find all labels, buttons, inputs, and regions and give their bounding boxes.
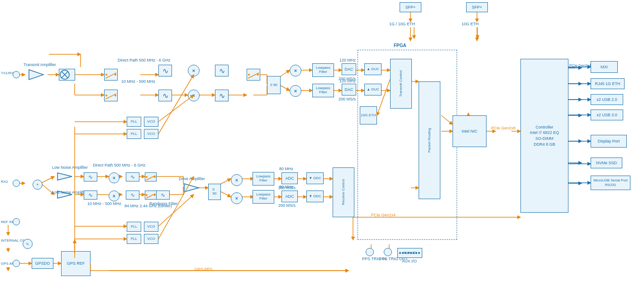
adc2-rate: 200 MS/s bbox=[278, 203, 296, 208]
sfp2: SFP+ bbox=[466, 2, 488, 12]
rx-mixer-iq1: × bbox=[231, 174, 243, 186]
pll1: PLL bbox=[127, 117, 141, 127]
eth-10g-top-label: 10G ETH bbox=[462, 22, 479, 27]
controller-label: Controller Intel i7 6822 EQ SO-DIMM DDR4… bbox=[530, 124, 559, 147]
rx2-circle bbox=[13, 180, 20, 187]
pps-trig-in-circle bbox=[366, 248, 374, 256]
rx-lp2-label: LowpassFilter bbox=[256, 193, 271, 201]
gps-pps-label: GPS PPS bbox=[195, 267, 213, 272]
pcie-gen2x4-label: PCIe Gen2x4 bbox=[569, 63, 591, 68]
transmit-amp-label: Transmit Amplifier bbox=[24, 62, 56, 67]
rx-bandpass: ∿ bbox=[156, 191, 170, 200]
svg-point-106 bbox=[146, 194, 148, 196]
svg-line-43 bbox=[219, 179, 231, 185]
aux-io-box: AUX I/O bbox=[397, 248, 422, 258]
rx-splitter: + bbox=[33, 180, 43, 190]
dac2-freq: 120 MHz bbox=[339, 79, 356, 84]
lna2-label: Low Noise Amplifier bbox=[52, 190, 88, 195]
rx2-label: RX2 bbox=[1, 180, 8, 184]
switch1-upper-sym bbox=[105, 69, 117, 80]
vco3: VCO bbox=[144, 222, 158, 232]
intel-nic: Intel NIC bbox=[453, 115, 487, 147]
svg-line-16 bbox=[280, 70, 290, 77]
pps-trig-out-circle bbox=[384, 248, 392, 256]
microusb-box: MicroUSB Serial Port RS232 bbox=[591, 176, 630, 190]
svg-point-86 bbox=[114, 74, 116, 76]
rx-sw-u bbox=[145, 173, 156, 181]
tx-mixer-iq2: × bbox=[290, 85, 301, 97]
freq-detail-label: 84 MHz 2.44 GHz (center) bbox=[124, 204, 172, 209]
svg-marker-80 bbox=[29, 70, 43, 80]
switch1-lower bbox=[104, 90, 118, 101]
vco4: VCO bbox=[144, 234, 158, 244]
tx-filter2: ∿ bbox=[215, 65, 229, 76]
direct-path1-label: Direct Path 500 MHz - 6 GHz bbox=[118, 58, 171, 63]
adc2-freq: 80 MHz bbox=[279, 185, 293, 190]
pll3: PLL bbox=[127, 222, 141, 232]
svg-point-104 bbox=[154, 176, 156, 178]
svg-line-124 bbox=[158, 75, 194, 134]
rx-mixer-iq2: × bbox=[231, 192, 243, 204]
tx-lp1-label: Lowpass Filter bbox=[313, 66, 334, 74]
svg-line-90 bbox=[248, 73, 259, 78]
rx-filter1: ∿ bbox=[84, 172, 97, 181]
ddc2: ▼ DDC bbox=[306, 191, 324, 202]
svg-point-89 bbox=[114, 95, 116, 96]
rx-lp2: LowpassFilter bbox=[253, 190, 274, 204]
rx-phase-box: 090 bbox=[208, 184, 221, 200]
phase-label: 0 90 bbox=[270, 83, 277, 87]
tx-phase-box: 0 90 bbox=[267, 76, 281, 94]
rj45-box: RJ45 1G ETH bbox=[591, 78, 625, 89]
svg-point-103 bbox=[146, 176, 148, 178]
nvme-box: NVMe SSD bbox=[591, 157, 622, 168]
sfp1: SFP+ bbox=[400, 2, 421, 12]
svg-point-107 bbox=[154, 194, 156, 196]
eth-10g-box: 10G ETH bbox=[360, 106, 377, 124]
direct-path2-label: Direct Path 500 MHz - 6 GHz bbox=[93, 163, 146, 168]
tx-mixer1: × bbox=[188, 65, 200, 76]
rx-switch-lower bbox=[145, 191, 157, 200]
pll4: PLL bbox=[127, 234, 141, 244]
svg-point-85 bbox=[105, 74, 107, 76]
gps-ref-box: GPS REF bbox=[61, 251, 91, 276]
vco1: VCO bbox=[144, 117, 158, 127]
tx-filter4: ∿ bbox=[215, 90, 229, 101]
tx-lp2-label: Lowpass Filter bbox=[313, 86, 334, 95]
rx-mixer2: × bbox=[109, 191, 119, 201]
controller: Controller Intel i7 6822 EQ SO-DIMM DDR4… bbox=[520, 59, 568, 213]
svg-line-87 bbox=[105, 94, 116, 99]
tx-lp2: Lowpass Filter bbox=[312, 84, 334, 97]
ddc1: ▼ DDC bbox=[306, 172, 324, 184]
switch-symbol bbox=[59, 69, 75, 80]
mxi-box: MXI bbox=[591, 61, 618, 73]
lna1-label: Low Noise Amplifier bbox=[52, 165, 88, 170]
rx-filter2: ∿ bbox=[126, 172, 139, 181]
receive-control: Receive Control bbox=[333, 167, 354, 217]
pcie-gen2x8-label: PCIe Gen2x8 bbox=[491, 126, 515, 131]
svg-line-27 bbox=[41, 176, 54, 183]
gps-ant-circle bbox=[13, 260, 20, 267]
rx-filter4: ∿ bbox=[126, 191, 139, 200]
svg-point-88 bbox=[105, 95, 107, 96]
vco2: VCO bbox=[144, 129, 158, 139]
tx-switch bbox=[59, 69, 75, 81]
ref-in-label: REF IN bbox=[1, 220, 13, 224]
lna1-symbol bbox=[57, 172, 73, 181]
ref-in-circle bbox=[13, 218, 20, 225]
svg-line-84 bbox=[105, 73, 116, 78]
freq-range2-label: 10 MHz - 500 MHz bbox=[87, 201, 121, 206]
rx-sw-l bbox=[145, 191, 156, 199]
switch1-lower-sym bbox=[105, 90, 117, 101]
rx-switch-upper bbox=[145, 172, 157, 181]
dac2: DAC bbox=[342, 84, 356, 95]
pll2: PLL bbox=[127, 129, 141, 139]
freq-range1-label: 10 MHz - 500 MHz bbox=[121, 79, 155, 84]
rx-lp1-label: LowpassFilter bbox=[256, 175, 271, 183]
fpga-label: FPGA bbox=[394, 43, 406, 48]
tx-filter1: ∿ bbox=[158, 65, 172, 76]
gpsdo-box: GPSDO bbox=[32, 258, 53, 269]
fpga-box bbox=[358, 50, 457, 240]
svg-line-105 bbox=[146, 194, 155, 198]
dac2-rate: 200 MS/s bbox=[339, 97, 356, 102]
rx-filter3: ∿ bbox=[84, 191, 97, 200]
